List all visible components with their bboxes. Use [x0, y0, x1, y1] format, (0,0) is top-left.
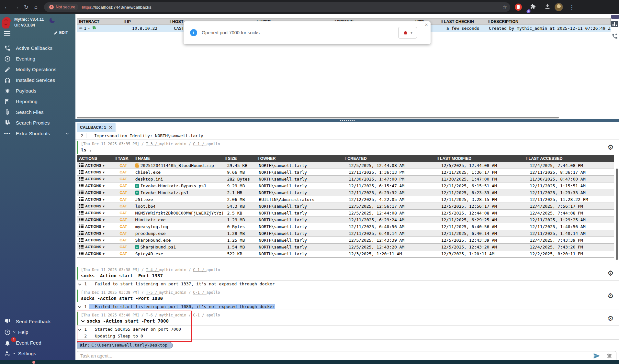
splitter-grip[interactable]	[340, 120, 355, 121]
file-name[interactable]: Invoke-Mimikatz.ps1	[133, 190, 223, 195]
file-name[interactable]: 20251204114405_BloodHound.zip	[133, 163, 223, 168]
column-resize-icon[interactable]: ‖	[135, 156, 137, 161]
graph-view-button[interactable]	[611, 21, 618, 27]
chevron-down-icon[interactable]	[77, 326, 82, 332]
task-link[interactable]: CAT	[113, 163, 133, 167]
close-icon[interactable]: ×	[425, 22, 428, 28]
sidebar-item-eventing[interactable]: Eventing	[0, 53, 75, 64]
sidebar-item-settings[interactable]: Settings	[0, 348, 75, 359]
column-resize-icon[interactable]: ‖	[345, 156, 346, 161]
sidebar-item-payloads[interactable]: Payloads	[0, 85, 75, 96]
send-icon[interactable]	[593, 352, 601, 359]
task-link[interactable]: CAT	[113, 245, 133, 249]
gear-icon[interactable]: ⚙	[608, 269, 613, 277]
column-resize-icon[interactable]: ‖	[526, 156, 527, 161]
sidebar-item-extra-shortcuts[interactable]: ••• Extra Shortcuts	[0, 128, 75, 139]
column-header-owner[interactable]: ‖OWNER	[255, 155, 343, 162]
file-name[interactable]: procdump.exe	[133, 231, 223, 236]
column-resize-icon[interactable]: ‖	[441, 19, 443, 24]
column-header-description[interactable]: ‖DESCRIPTION	[486, 18, 610, 25]
task-link[interactable]: CAT	[113, 225, 133, 228]
column-resize-icon[interactable]: ‖	[437, 156, 439, 161]
gear-icon[interactable]: ⚙	[608, 314, 613, 322]
interact-cell[interactable]: ⌨ 1 ▾	[77, 26, 122, 31]
sidebar-item-active-callbacks[interactable]: Active Callbacks	[0, 43, 75, 53]
task-options-sliders-icon[interactable]	[606, 353, 613, 359]
row-actions-button[interactable]: ACTIONS▾	[77, 211, 113, 215]
row-actions-button[interactable]: ACTIONS▾	[77, 204, 113, 209]
row-actions-button[interactable]: ACTIONS▾	[77, 190, 113, 195]
task-link[interactable]: CAT	[113, 231, 133, 235]
sidebar-item-installed-services[interactable]: Installed Services	[0, 75, 75, 85]
task-link[interactable]: CAT	[113, 184, 133, 188]
callback-id-link[interactable]: C-1	[193, 313, 207, 317]
file-name[interactable]: SpicyAD.exe	[133, 251, 223, 256]
row-actions-button[interactable]: ACTIONS▾	[77, 183, 113, 188]
task-link[interactable]: CAT	[113, 197, 133, 201]
file-name[interactable]: MGM5YWRiYzktZDk0OC00MWFjLWE0ZjYtYzI	[133, 211, 223, 215]
task-link[interactable]: CAT	[113, 177, 133, 181]
tab-callback-1[interactable]: CALLBACK: 1 ✕	[77, 123, 116, 132]
dropdown-caret-icon[interactable]: ▾	[88, 27, 90, 30]
task-id-link[interactable]: T-4	[146, 268, 160, 272]
column-header-last-checkin[interactable]: ‖LAST CHECKIN	[439, 18, 486, 25]
column-resize-icon[interactable]: ‖	[257, 156, 259, 161]
column-header-name[interactable]: ‖NAME	[133, 155, 223, 162]
sidebar-item-send-feedback[interactable]: Send Feedback	[0, 316, 75, 327]
sidebar-item-search-files[interactable]: Search Files	[0, 107, 75, 117]
row-actions-button[interactable]: ACTIONS▾	[77, 224, 113, 229]
profile-avatar[interactable]	[555, 3, 563, 11]
sidebar-item-modify-operations[interactable]: Modify Operations	[0, 64, 75, 75]
task-link[interactable]: CAT	[113, 218, 133, 222]
home-icon[interactable]: ⌂	[31, 4, 41, 10]
column-header-created[interactable]: ‖CREATED	[343, 155, 435, 162]
row-actions-button[interactable]: ACTIONS▾	[77, 231, 113, 236]
notification-mute-button[interactable]: ▾	[398, 27, 417, 39]
callback-id[interactable]: 1	[84, 26, 86, 31]
url-text[interactable]: https://localhost:7443/new/callbacks	[82, 5, 151, 10]
sidebar-item-reporting[interactable]: Reporting	[0, 96, 75, 107]
row-actions-button[interactable]: ACTIONS▾	[77, 238, 113, 243]
task-id-link[interactable]: T-3	[146, 142, 160, 146]
column-header-ip[interactable]: ‖IP	[122, 18, 168, 25]
column-resize-icon[interactable]: ‖	[488, 19, 490, 24]
close-icon[interactable]: ✕	[109, 125, 113, 130]
current-directory-badge[interactable]: Dir:C:\Users\samwell.tarly\Desktop	[77, 342, 173, 348]
task-id-link[interactable]: T-6	[146, 313, 160, 317]
task-link[interactable]: CAT	[113, 211, 133, 215]
task-link[interactable]: CAT	[113, 204, 133, 208]
row-actions-button[interactable]: ACTIONS▾	[77, 217, 113, 222]
column-resize-icon[interactable]: ‖	[170, 19, 171, 24]
file-name[interactable]: SharpHound.ps1	[133, 245, 223, 249]
file-name[interactable]: loot.b64	[133, 204, 223, 209]
column-resize-icon[interactable]: ‖	[115, 156, 117, 161]
task-link[interactable]: CAT	[113, 191, 133, 194]
file-name[interactable]: desktop.ini	[133, 177, 223, 182]
pane-splitter[interactable]	[75, 119, 619, 122]
task-link[interactable]: CAT	[113, 238, 133, 242]
file-name[interactable]: Invoke-Mimikatz-Bypass.ps1	[133, 183, 223, 188]
sidebar-item-event-feed[interactable]: 4 Event Feed	[0, 337, 75, 348]
task-link[interactable]: CAT	[113, 252, 133, 256]
bookmark-star-icon[interactable]: ☆	[503, 4, 507, 10]
gear-icon[interactable]: ⚙	[608, 143, 613, 151]
column-header-interact[interactable]: INTERACT	[77, 18, 122, 25]
task-command-expanded[interactable]: socks -Action start -Port 7000	[81, 318, 619, 324]
sidebar-item-help[interactable]: ? Help	[0, 327, 75, 337]
row-actions-button[interactable]: ACTIONS▾	[77, 251, 113, 256]
reload-icon[interactable]: ↻	[21, 4, 31, 11]
browser-menu-icon[interactable]: ⋮	[567, 4, 577, 11]
row-actions-button[interactable]: ACTIONS▾	[77, 170, 113, 175]
sidebar-item-search-proxies[interactable]: Search Proxies	[0, 117, 75, 128]
row-actions-button[interactable]: ACTIONS▾	[77, 163, 113, 168]
extensions-puzzle-icon[interactable]	[530, 3, 536, 11]
file-name[interactable]: Mimikatz.exe	[133, 217, 223, 222]
downloads-icon[interactable]	[544, 3, 551, 11]
phone-forward-icon[interactable]	[612, 33, 618, 41]
chevron-down-icon[interactable]	[77, 303, 82, 310]
column-header-size[interactable]: ‖SIZE	[223, 155, 255, 162]
column-header-last-accessed[interactable]: ‖LAST ACCESSED	[524, 155, 614, 162]
file-name[interactable]: SharpHound.exe	[133, 238, 223, 243]
task-link[interactable]: CAT	[113, 170, 133, 174]
column-resize-icon[interactable]: ‖	[124, 19, 126, 24]
